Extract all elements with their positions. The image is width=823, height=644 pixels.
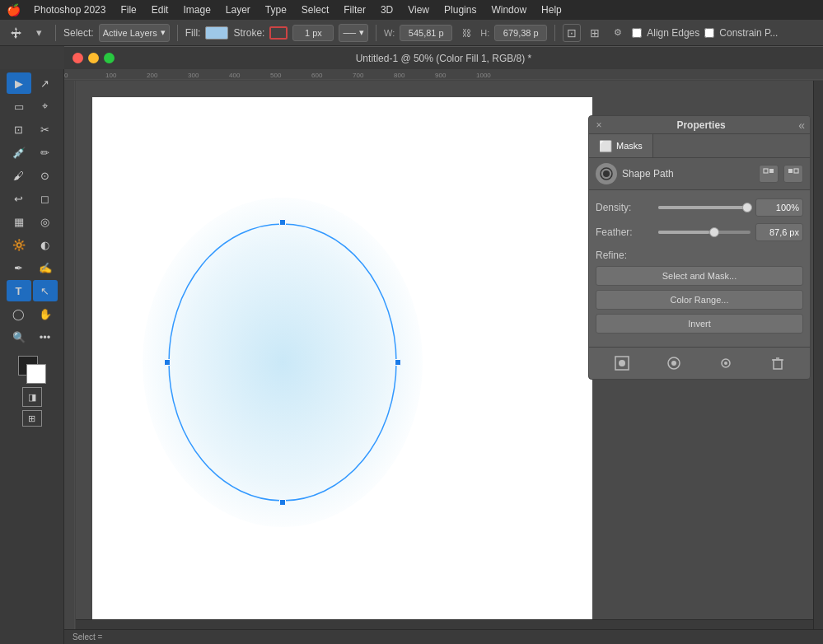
direct-select-btn[interactable]: ↖ xyxy=(33,280,58,301)
brush-tool[interactable]: 🖌 xyxy=(7,165,31,186)
feather-fill xyxy=(658,231,709,234)
shape-align-icon[interactable]: ⊞ xyxy=(586,24,604,42)
tool-options-icon[interactable]: ▾ xyxy=(30,24,48,42)
select-and-mask-button[interactable]: Select and Mask... xyxy=(596,266,803,286)
menu-type[interactable]: Type xyxy=(259,2,293,17)
dodge-tool[interactable]: 🔆 xyxy=(7,234,31,255)
shape-path-btn-1[interactable] xyxy=(759,165,779,183)
eraser-tool[interactable]: ◻ xyxy=(33,188,58,209)
menu-app-name[interactable]: Photoshop 2023 xyxy=(27,2,112,17)
toolbox: ▶ ↗ ▭ ⌖ ⊡ ✂ 💉 ✏ 🖌 ⊙ ↩ ◻ ▦ ◎ 🔆 ◐ ✒ ✍ T ↖ … xyxy=(0,69,64,644)
delete-mask-icon[interactable] xyxy=(767,352,788,374)
stroke-swatch[interactable] xyxy=(269,26,288,40)
density-thumb[interactable] xyxy=(742,203,752,212)
link-wh-icon[interactable]: ⛓ xyxy=(457,24,475,42)
feather-thumb[interactable] xyxy=(709,227,719,237)
menu-select[interactable]: Select xyxy=(295,2,335,17)
ellipse-shape-container[interactable] xyxy=(167,222,398,502)
separator-3 xyxy=(376,25,376,41)
ellipse-path[interactable] xyxy=(167,222,398,502)
tab-masks[interactable]: ⬜ Masks xyxy=(589,134,653,157)
menu-plugins[interactable]: Plugins xyxy=(437,2,483,17)
screen-mode-btn[interactable]: ⊞ xyxy=(22,410,42,427)
zoom-tool[interactable]: 🔍 xyxy=(7,326,31,348)
clone-stamp-tool[interactable]: ⊙ xyxy=(33,165,58,186)
menu-help[interactable]: Help xyxy=(535,2,568,17)
handle-top[interactable] xyxy=(279,219,286,226)
panel-expand-button[interactable]: « xyxy=(798,119,805,132)
move-tool-icon[interactable] xyxy=(7,24,25,42)
type-tool[interactable]: T xyxy=(7,280,31,301)
rectangle-tool[interactable]: ▭ xyxy=(7,96,31,117)
fill-swatch[interactable] xyxy=(205,26,228,40)
menu-image[interactable]: Image xyxy=(176,2,217,17)
refine-label: Refine: xyxy=(596,250,803,261)
svg-point-13 xyxy=(169,224,396,501)
separator-1 xyxy=(55,25,56,41)
gradient-tool[interactable]: ▦ xyxy=(7,211,31,232)
canvas-document[interactable] xyxy=(92,97,592,628)
shape-path-btn-2[interactable] xyxy=(783,165,803,183)
crop-tool[interactable]: ⊡ xyxy=(7,119,31,140)
tool-row-5: 🖌 ⊙ xyxy=(7,165,58,186)
scrollbar-horizontal[interactable] xyxy=(76,619,813,629)
foreground-background-colors[interactable] xyxy=(18,356,46,384)
handle-right[interactable] xyxy=(395,359,401,366)
lasso-tool[interactable]: ⌖ xyxy=(33,96,58,117)
menu-edit[interactable]: Edit xyxy=(145,2,175,17)
direct-selection-tool[interactable]: ↗ xyxy=(33,72,58,94)
density-label: Density: xyxy=(596,202,653,213)
menu-3d[interactable]: 3D xyxy=(374,2,400,17)
show-mask-icon[interactable] xyxy=(715,352,736,374)
blur-tool[interactable]: ◎ xyxy=(33,211,58,232)
handle-left[interactable] xyxy=(164,359,171,366)
burn-tool[interactable]: ◐ xyxy=(33,234,58,255)
handle-bottom[interactable] xyxy=(279,499,286,506)
svg-point-15 xyxy=(603,170,610,177)
menu-filter[interactable]: Filter xyxy=(337,2,372,17)
slice-tool[interactable]: ✂ xyxy=(33,119,58,140)
scrollbar-vertical[interactable] xyxy=(813,81,823,629)
align-edges-checkbox[interactable] xyxy=(632,28,642,38)
width-input[interactable] xyxy=(400,25,452,41)
more-tools-btn[interactable]: ••• xyxy=(33,326,58,348)
vector-mask-icon[interactable] xyxy=(663,352,685,374)
density-input[interactable] xyxy=(755,198,803,217)
stroke-type-dropdown[interactable]: ── ▾ xyxy=(339,24,368,42)
menu-layer[interactable]: Layer xyxy=(219,2,257,17)
select-dropdown[interactable]: Active Layers ▾ xyxy=(99,24,170,42)
freeform-pen-tool[interactable]: ✍ xyxy=(33,257,58,278)
tool-row-11: ◯ ✋ xyxy=(7,303,58,324)
history-brush-tool[interactable]: ↩ xyxy=(7,188,31,209)
invert-button[interactable]: Invert xyxy=(596,314,803,334)
close-button[interactable] xyxy=(72,53,83,63)
constrain-checkbox[interactable] xyxy=(704,28,714,38)
pixel-mask-icon[interactable] xyxy=(611,352,633,374)
menu-view[interactable]: View xyxy=(401,2,436,17)
panel-close-button[interactable]: × xyxy=(594,120,604,130)
ellipse-tool[interactable]: ◯ xyxy=(7,303,31,324)
maximize-button[interactable] xyxy=(104,53,115,63)
feather-input[interactable] xyxy=(755,223,803,241)
apple-icon[interactable]: 🍎 xyxy=(7,3,21,16)
minimize-button[interactable] xyxy=(88,53,99,63)
menu-window[interactable]: Window xyxy=(484,2,533,17)
shape-ops-icon[interactable]: ⚙ xyxy=(609,24,627,42)
pen-tool[interactable]: ✒ xyxy=(7,257,31,278)
svg-text:600: 600 xyxy=(311,72,323,79)
stroke-size-input[interactable] xyxy=(292,25,334,41)
status-bar: Select = xyxy=(64,629,823,644)
menu-file[interactable]: File xyxy=(114,2,143,17)
eyedropper-tool[interactable]: 💉 xyxy=(7,142,31,163)
shape-transform-icon[interactable]: ⊡ xyxy=(563,24,581,42)
hand-tool[interactable]: ✋ xyxy=(33,303,58,324)
color-range-button[interactable]: Color Range... xyxy=(596,290,803,310)
path-selection-tool[interactable]: ▶ xyxy=(7,72,31,94)
quick-mask-btn[interactable]: ◨ xyxy=(22,387,42,407)
height-input[interactable] xyxy=(494,25,547,41)
pencil-tool[interactable]: ✏ xyxy=(33,142,58,163)
options-toolbar: ▾ Select: Active Layers ▾ Fill: Stroke: … xyxy=(0,20,823,46)
density-slider[interactable] xyxy=(658,200,751,215)
feather-slider[interactable] xyxy=(658,225,751,240)
svg-text:200: 200 xyxy=(147,72,158,79)
